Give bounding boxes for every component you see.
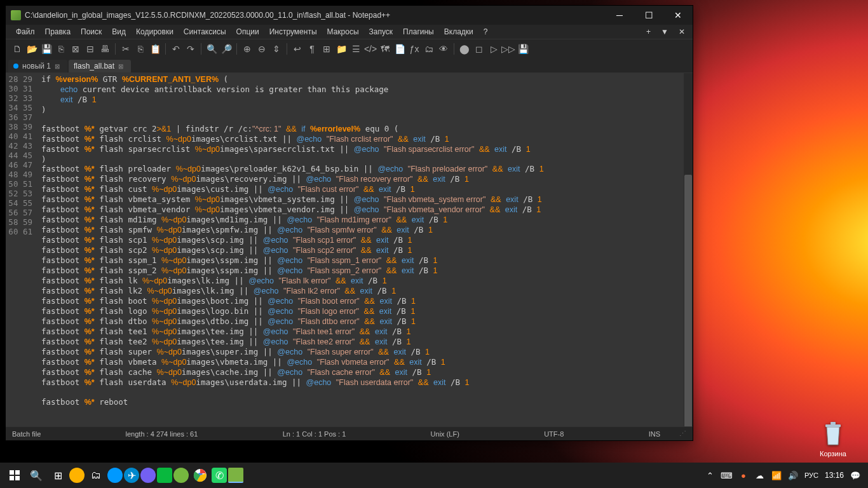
window-title: C:\dandelion_in_global_images_V12.5.5.0.… <box>25 11 605 20</box>
map-icon[interactable]: 🗺 <box>379 43 391 55</box>
tray-language[interactable]: РУС <box>804 471 818 479</box>
titlebar[interactable]: C:\dandelion_in_global_images_V12.5.5.0.… <box>6 6 693 25</box>
tray-volume-icon[interactable]: 🔊 <box>788 470 798 480</box>
menu-tools[interactable]: Инструменты <box>264 26 322 37</box>
editor-area[interactable]: 28 29 30 31 32 33 34 35 36 37 38 39 40 4… <box>6 73 693 426</box>
play-multi-icon[interactable]: ▷▷ <box>502 43 515 55</box>
menu-file[interactable]: Файл <box>11 26 40 37</box>
show-all-chars-icon[interactable]: ¶ <box>306 43 318 55</box>
tray-keyboard-icon[interactable]: ⌨ <box>722 470 732 480</box>
menu-settings[interactable]: Опции <box>231 26 264 37</box>
save-all-icon[interactable]: ⎘ <box>55 43 67 55</box>
zoom-out-icon[interactable]: ⊖ <box>255 43 268 55</box>
tab-close-icon[interactable]: ⊠ <box>118 63 125 69</box>
tab-label: flash_all.bat <box>74 62 114 71</box>
taskbar-telegram-icon[interactable]: ✈ <box>124 468 139 483</box>
menu-plus-icon[interactable]: + <box>644 26 653 37</box>
indent-guide-icon[interactable]: ⊞ <box>320 43 333 55</box>
vertical-scrollbar[interactable] <box>684 73 693 426</box>
menu-chevron-down-icon[interactable]: ▼ <box>658 26 671 37</box>
tab-close-icon[interactable]: ⊠ <box>55 63 61 69</box>
taskbar-torrent-icon[interactable] <box>173 468 189 483</box>
tray-network-icon[interactable]: 📶 <box>771 470 782 480</box>
menu-view[interactable]: Вид <box>107 26 131 37</box>
code-content[interactable]: if %version% GTR %CURRENT_ANTI_VER% ( ec… <box>37 73 693 426</box>
stop-icon[interactable]: ◻ <box>473 43 485 55</box>
svg-rect-3 <box>15 470 20 475</box>
new-file-icon[interactable]: 🗋 <box>11 43 24 55</box>
tray-overflow-icon[interactable]: ⌃ <box>705 470 715 480</box>
copy-icon[interactable]: ⎘ <box>134 43 147 55</box>
taskbar-app-1[interactable] <box>69 468 85 483</box>
tray-onedrive-icon[interactable]: ☁ <box>755 470 765 480</box>
folder-icon[interactable]: 📁 <box>335 43 348 55</box>
desktop-icon-trash[interactable]: Корзина <box>820 419 846 458</box>
status-insert-mode: INS <box>649 430 660 438</box>
print-icon[interactable]: 🖶 <box>98 43 111 55</box>
tray-app-icon[interactable]: ● <box>738 470 749 480</box>
toolbar: 🗋 📂 💾 ⎘ ⊠ ⊟ 🖶 ✂ ⎘ 📋 ↶ ↷ 🔍 🔎 ⊕ ⊖ ⇕ ↩ ¶ ⊞ … <box>6 39 693 58</box>
menu-plugins[interactable]: Плагины <box>398 26 439 37</box>
taskbar-chrome-icon[interactable] <box>190 465 210 485</box>
taskbar-whatsapp-icon[interactable]: ✆ <box>212 468 227 483</box>
menu-window[interactable]: Вкладки <box>439 26 478 37</box>
search-icon[interactable]: 🔍 <box>26 465 46 485</box>
tray-clock[interactable]: 13:16 <box>825 471 844 480</box>
tab-flash-all[interactable]: flash_all.bat ⊠ <box>69 60 131 72</box>
doc-list-icon[interactable]: ☰ <box>349 43 362 55</box>
save-macro-icon[interactable]: 💾 <box>517 43 529 55</box>
menu-language[interactable]: Синтаксисы <box>179 26 231 37</box>
svg-rect-2 <box>10 470 14 475</box>
pencil-icon <box>13 64 18 69</box>
line-number-gutter: 28 29 30 31 32 33 34 35 36 37 38 39 40 4… <box>6 73 37 426</box>
menu-run[interactable]: Запуск <box>364 26 398 37</box>
zoom-in-icon[interactable]: ⊕ <box>241 43 254 55</box>
undo-icon[interactable]: ↶ <box>170 43 182 55</box>
menu-edit[interactable]: Правка <box>40 26 76 37</box>
menu-help[interactable]: ? <box>478 26 493 37</box>
code-icon[interactable]: </> <box>364 43 377 55</box>
cut-icon[interactable]: ✂ <box>119 43 132 55</box>
file-list-icon[interactable]: 📄 <box>393 43 406 55</box>
tray-notifications-icon[interactable]: 💬 <box>850 470 860 480</box>
paste-icon[interactable]: 📋 <box>149 43 161 55</box>
taskbar-app-2[interactable]: 🗂 <box>86 465 106 485</box>
play-icon[interactable]: ▷ <box>487 43 500 55</box>
tab-new1[interactable]: новый 1 ⊠ <box>8 60 67 72</box>
folder-tree-icon[interactable]: 🗂 <box>423 43 435 55</box>
monitor-icon[interactable]: 👁 <box>437 43 450 55</box>
app-icon <box>11 10 21 20</box>
redo-icon[interactable]: ↷ <box>184 43 197 55</box>
menu-close-icon[interactable]: ✕ <box>676 26 688 37</box>
taskbar-app-3[interactable] <box>107 468 123 483</box>
taskbar-wechat-icon[interactable] <box>157 468 172 483</box>
svg-rect-1 <box>831 422 836 424</box>
minimize-button[interactable]: ─ <box>605 6 634 25</box>
scroll-thumb[interactable] <box>684 175 692 426</box>
taskbar-notepadpp-icon[interactable] <box>228 468 243 483</box>
maximize-button[interactable]: ☐ <box>634 6 663 25</box>
menu-encoding[interactable]: Кодировки <box>131 26 179 37</box>
status-encoding: UTF-8 <box>544 430 564 438</box>
close-button[interactable]: ✕ <box>663 6 693 25</box>
sync-v-icon[interactable]: ⇕ <box>270 43 283 55</box>
menu-macro[interactable]: Макросы <box>322 26 364 37</box>
system-tray: ⌃ ⌨ ● ☁ 📶 🔊 РУС 13:16 💬 <box>705 470 864 480</box>
close-file-icon[interactable]: ⊠ <box>69 43 82 55</box>
menu-search[interactable]: Поиск <box>76 26 107 37</box>
start-button[interactable] <box>4 465 25 485</box>
open-file-icon[interactable]: 📂 <box>25 43 38 55</box>
replace-icon[interactable]: 🔎 <box>220 43 233 55</box>
taskbar-viber-icon[interactable] <box>140 468 156 483</box>
save-icon[interactable]: 💾 <box>40 43 53 55</box>
task-view-icon[interactable]: ⊞ <box>48 465 68 485</box>
status-length: length : 4 274 lines : 61 <box>126 430 198 438</box>
function-icon[interactable]: ƒx <box>408 43 421 55</box>
windows-taskbar: 🔍 ⊞ 🗂 ✈ ✆ ⌃ ⌨ ● ☁ 📶 🔊 РУС 13:16 💬 <box>0 463 868 488</box>
close-all-icon[interactable]: ⊟ <box>84 43 97 55</box>
trash-label: Корзина <box>820 450 846 458</box>
notepadpp-window: C:\dandelion_in_global_images_V12.5.5.0.… <box>5 5 693 441</box>
record-icon[interactable]: ⬤ <box>458 43 471 55</box>
find-icon[interactable]: 🔍 <box>205 43 218 55</box>
wordwrap-icon[interactable]: ↩ <box>291 43 304 55</box>
